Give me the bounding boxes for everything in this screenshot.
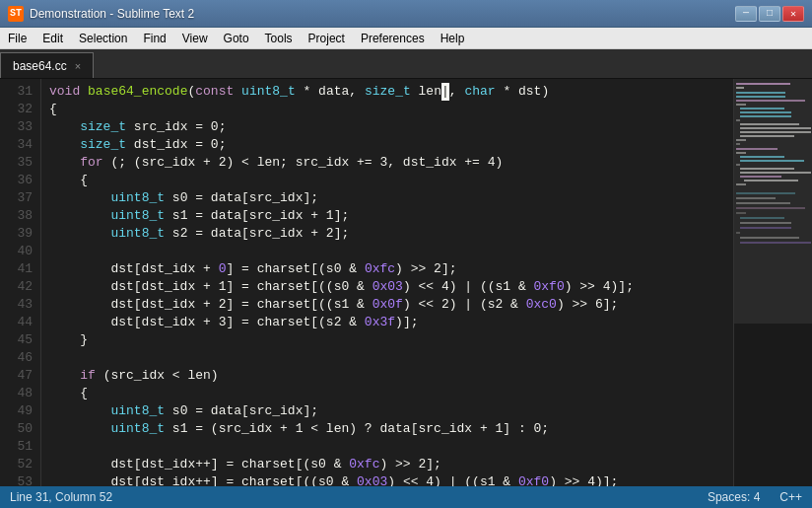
menu-edit[interactable]: Edit <box>34 28 71 48</box>
window-controls: ─ □ ✕ <box>735 6 804 22</box>
code-line-39: uint8_t s2 = data[src_idx + 2]; <box>41 225 733 243</box>
line-num-38: 38 <box>4 207 33 225</box>
code-line-38: uint8_t s1 = data[src_idx + 1]; <box>41 207 733 225</box>
line-num-53: 53 <box>4 473 33 486</box>
line-num-34: 34 <box>4 136 33 154</box>
window-title: Demonstration - Sublime Text 2 <box>30 7 735 21</box>
menu-view[interactable]: View <box>174 28 216 48</box>
code-line-34: size_t dst_idx = 0; <box>41 136 733 154</box>
line-num-40: 40 <box>4 243 33 260</box>
minimap[interactable] <box>733 79 812 486</box>
line-num-51: 51 <box>4 438 33 456</box>
code-line-50: uint8_t s1 = (src_idx + 1 < len) ? data[… <box>41 420 733 438</box>
tab-base64[interactable]: base64.cc × <box>0 52 94 78</box>
status-language[interactable]: C++ <box>779 490 802 504</box>
line-num-46: 46 <box>4 349 33 367</box>
line-numbers: 31 32 33 34 35 36 37 38 39 40 41 42 43 4… <box>0 79 41 486</box>
line-num-44: 44 <box>4 314 33 331</box>
status-spaces[interactable]: Spaces: 4 <box>708 490 760 504</box>
code-line-37: uint8_t s0 = data[src_idx]; <box>41 189 733 207</box>
minimap-viewport <box>734 79 812 324</box>
code-line-42: dst[dst_idx + 1] = charset[((s0 & 0x03) … <box>41 278 733 296</box>
code-line-45: } <box>41 331 733 349</box>
menu-tools[interactable]: Tools <box>257 28 301 48</box>
code-line-36: { <box>41 172 733 189</box>
code-line-48: { <box>41 385 733 402</box>
menu-goto[interactable]: Goto <box>216 28 257 48</box>
menu-project[interactable]: Project <box>301 28 353 48</box>
code-line-51 <box>41 438 733 456</box>
status-right: Spaces: 4 C++ <box>708 490 802 504</box>
code-line-33: size_t src_idx = 0; <box>41 118 733 136</box>
code-line-47: if (src_idx < len) <box>41 367 733 385</box>
menu-selection[interactable]: Selection <box>71 28 135 48</box>
code-line-53: dst[dst_idx++] = charset[((s0 & 0x03) <<… <box>41 473 733 486</box>
code-line-44: dst[dst_idx + 3] = charset[(s2 & 0x3f)]; <box>41 314 733 331</box>
menu-bar: File Edit Selection Find View Goto Tools… <box>0 28 812 49</box>
code-line-35: for (; (src_idx + 2) < len; src_idx += 3… <box>41 154 733 172</box>
line-num-47: 47 <box>4 367 33 385</box>
line-num-31: 31 <box>4 83 33 101</box>
status-bar: Line 31, Column 52 Spaces: 4 C++ <box>0 486 812 508</box>
line-num-36: 36 <box>4 172 33 189</box>
status-position: Line 31, Column 52 <box>10 490 112 504</box>
tab-close-button[interactable]: × <box>75 60 81 72</box>
minimize-button[interactable]: ─ <box>735 6 757 22</box>
line-num-42: 42 <box>4 278 33 296</box>
line-num-45: 45 <box>4 331 33 349</box>
line-num-43: 43 <box>4 296 33 314</box>
line-num-41: 41 <box>4 260 33 278</box>
line-num-48: 48 <box>4 385 33 402</box>
line-num-37: 37 <box>4 189 33 207</box>
menu-preferences[interactable]: Preferences <box>353 28 433 48</box>
line-num-35: 35 <box>4 154 33 172</box>
code-line-49: uint8_t s0 = data[src_idx]; <box>41 402 733 420</box>
code-line-43: dst[dst_idx + 2] = charset[((s1 & 0x0f) … <box>41 296 733 314</box>
code-line-31: void base64_encode(const uint8_t * data,… <box>41 83 733 101</box>
close-button[interactable]: ✕ <box>782 6 804 22</box>
line-num-39: 39 <box>4 225 33 243</box>
code-area[interactable]: void base64_encode(const uint8_t * data,… <box>41 79 733 486</box>
line-num-49: 49 <box>4 402 33 420</box>
code-line-46 <box>41 349 733 367</box>
line-num-33: 33 <box>4 118 33 136</box>
line-num-50: 50 <box>4 420 33 438</box>
code-line-40 <box>41 243 733 260</box>
maximize-button[interactable]: □ <box>759 6 780 22</box>
menu-find[interactable]: Find <box>135 28 173 48</box>
code-line-41: dst[dst_idx + 0] = charset[(s0 & 0xfc) >… <box>41 260 733 278</box>
app-icon: ST <box>8 6 24 22</box>
menu-help[interactable]: Help <box>433 28 473 48</box>
line-num-32: 32 <box>4 101 33 118</box>
line-num-52: 52 <box>4 456 33 473</box>
tab-filename: base64.cc <box>13 59 67 73</box>
title-bar: ST Demonstration - Sublime Text 2 ─ □ ✕ <box>0 0 812 28</box>
code-line-52: dst[dst_idx++] = charset[(s0 & 0xfc) >> … <box>41 456 733 473</box>
editor-area: 31 32 33 34 35 36 37 38 39 40 41 42 43 4… <box>0 79 812 486</box>
code-line-32: { <box>41 101 733 118</box>
menu-file[interactable]: File <box>0 28 34 48</box>
tab-bar: base64.cc × <box>0 49 812 79</box>
